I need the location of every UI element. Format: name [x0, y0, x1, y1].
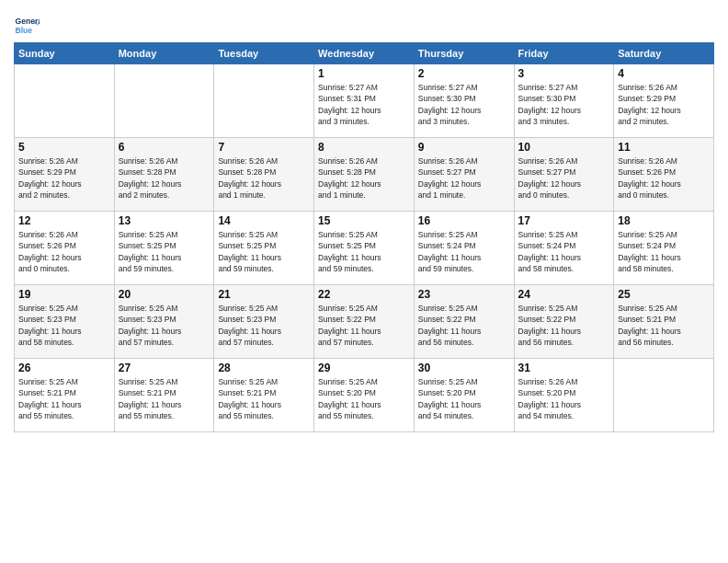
- calendar-week-row: 19Sunrise: 5:25 AM Sunset: 5:23 PM Dayli…: [15, 285, 714, 359]
- weekday-header-sunday: Sunday: [15, 43, 115, 64]
- day-info: Sunrise: 5:26 AM Sunset: 5:28 PM Dayligh…: [119, 155, 210, 201]
- day-info: Sunrise: 5:25 AM Sunset: 5:25 PM Dayligh…: [218, 229, 310, 274]
- day-number: 19: [18, 288, 110, 301]
- calendar-cell: 27Sunrise: 5:25 AM Sunset: 5:21 PM Dayli…: [114, 359, 214, 432]
- day-number: 3: [518, 67, 610, 80]
- calendar-cell: 30Sunrise: 5:25 AM Sunset: 5:20 PM Dayli…: [414, 359, 514, 432]
- day-info: Sunrise: 5:25 AM Sunset: 5:25 PM Dayligh…: [119, 229, 210, 274]
- day-info: Sunrise: 5:25 AM Sunset: 5:24 PM Dayligh…: [618, 229, 710, 274]
- day-number: 14: [218, 214, 310, 227]
- calendar-cell: 24Sunrise: 5:25 AM Sunset: 5:22 PM Dayli…: [514, 285, 614, 359]
- calendar-cell: 26Sunrise: 5:25 AM Sunset: 5:21 PM Dayli…: [15, 359, 115, 432]
- calendar-cell: 7Sunrise: 5:26 AM Sunset: 5:28 PM Daylig…: [214, 138, 314, 212]
- day-number: 13: [119, 214, 210, 227]
- day-info: Sunrise: 5:26 AM Sunset: 5:26 PM Dayligh…: [18, 229, 110, 274]
- day-number: 18: [618, 214, 710, 227]
- calendar-cell: 11Sunrise: 5:26 AM Sunset: 5:26 PM Dayli…: [614, 138, 714, 212]
- calendar-cell: 17Sunrise: 5:25 AM Sunset: 5:24 PM Dayli…: [514, 212, 614, 285]
- weekday-header-monday: Monday: [114, 43, 214, 64]
- day-number: 29: [318, 362, 410, 374]
- day-info: Sunrise: 5:25 AM Sunset: 5:21 PM Dayligh…: [119, 376, 210, 421]
- logo: General Blue: [14, 13, 43, 39]
- weekday-header-saturday: Saturday: [614, 43, 714, 64]
- calendar-cell: 13Sunrise: 5:25 AM Sunset: 5:25 PM Dayli…: [114, 212, 214, 285]
- calendar-cell: 3Sunrise: 5:27 AM Sunset: 5:30 PM Daylig…: [514, 64, 614, 138]
- weekday-header-row: SundayMondayTuesdayWednesdayThursdayFrid…: [15, 43, 714, 64]
- calendar-cell: 20Sunrise: 5:25 AM Sunset: 5:23 PM Dayli…: [114, 285, 214, 359]
- calendar-cell: 10Sunrise: 5:26 AM Sunset: 5:27 PM Dayli…: [514, 138, 614, 212]
- calendar-cell: 6Sunrise: 5:26 AM Sunset: 5:28 PM Daylig…: [114, 138, 214, 212]
- calendar-week-row: 12Sunrise: 5:26 AM Sunset: 5:26 PM Dayli…: [15, 212, 714, 285]
- day-number: 1: [318, 67, 410, 80]
- day-info: Sunrise: 5:25 AM Sunset: 5:20 PM Dayligh…: [318, 376, 410, 421]
- day-number: 2: [418, 67, 510, 80]
- calendar-cell: 9Sunrise: 5:26 AM Sunset: 5:27 PM Daylig…: [414, 138, 514, 212]
- day-number: 26: [18, 362, 110, 374]
- day-info: Sunrise: 5:25 AM Sunset: 5:22 PM Dayligh…: [518, 303, 610, 348]
- day-number: 8: [318, 141, 410, 154]
- day-info: Sunrise: 5:25 AM Sunset: 5:22 PM Dayligh…: [418, 303, 510, 348]
- calendar-cell: 4Sunrise: 5:26 AM Sunset: 5:29 PM Daylig…: [614, 64, 714, 138]
- calendar-cell: 19Sunrise: 5:25 AM Sunset: 5:23 PM Dayli…: [15, 285, 115, 359]
- svg-text:Blue: Blue: [16, 26, 33, 35]
- day-number: 10: [518, 141, 610, 154]
- day-info: Sunrise: 5:26 AM Sunset: 5:27 PM Dayligh…: [418, 155, 510, 201]
- calendar-cell: 5Sunrise: 5:26 AM Sunset: 5:29 PM Daylig…: [15, 138, 115, 212]
- day-number: 9: [418, 141, 510, 154]
- day-info: Sunrise: 5:26 AM Sunset: 5:28 PM Dayligh…: [318, 155, 410, 201]
- day-number: 11: [618, 141, 710, 154]
- weekday-header-thursday: Thursday: [414, 43, 514, 64]
- calendar-week-row: 26Sunrise: 5:25 AM Sunset: 5:21 PM Dayli…: [15, 359, 714, 432]
- day-number: 30: [418, 362, 510, 374]
- day-number: 28: [218, 362, 310, 374]
- day-info: Sunrise: 5:25 AM Sunset: 5:24 PM Dayligh…: [418, 229, 510, 274]
- day-info: Sunrise: 5:25 AM Sunset: 5:21 PM Dayligh…: [18, 376, 110, 421]
- calendar-cell: 2Sunrise: 5:27 AM Sunset: 5:30 PM Daylig…: [414, 64, 514, 138]
- day-number: 31: [518, 362, 610, 374]
- calendar-cell: 22Sunrise: 5:25 AM Sunset: 5:22 PM Dayli…: [314, 285, 415, 359]
- calendar-cell: [614, 359, 714, 432]
- day-number: 5: [18, 141, 110, 154]
- header: General Blue: [14, 9, 714, 39]
- day-info: Sunrise: 5:26 AM Sunset: 5:27 PM Dayligh…: [518, 155, 610, 201]
- calendar-cell: 31Sunrise: 5:26 AM Sunset: 5:20 PM Dayli…: [514, 359, 614, 432]
- day-number: 16: [418, 214, 510, 227]
- calendar-cell: 25Sunrise: 5:25 AM Sunset: 5:21 PM Dayli…: [614, 285, 714, 359]
- calendar-cell: [15, 64, 115, 138]
- day-number: 25: [618, 288, 710, 301]
- day-info: Sunrise: 5:26 AM Sunset: 5:29 PM Dayligh…: [618, 82, 710, 127]
- day-number: 6: [119, 141, 210, 154]
- calendar-table: SundayMondayTuesdayWednesdayThursdayFrid…: [14, 42, 714, 432]
- day-number: 7: [218, 141, 310, 154]
- day-info: Sunrise: 5:25 AM Sunset: 5:23 PM Dayligh…: [218, 303, 310, 348]
- calendar-week-row: 5Sunrise: 5:26 AM Sunset: 5:29 PM Daylig…: [15, 138, 714, 212]
- day-number: 27: [119, 362, 210, 374]
- day-info: Sunrise: 5:26 AM Sunset: 5:29 PM Dayligh…: [18, 155, 110, 201]
- weekday-header-wednesday: Wednesday: [314, 43, 415, 64]
- day-info: Sunrise: 5:27 AM Sunset: 5:30 PM Dayligh…: [418, 82, 510, 127]
- day-info: Sunrise: 5:26 AM Sunset: 5:26 PM Dayligh…: [618, 155, 710, 201]
- day-number: 20: [119, 288, 210, 301]
- day-info: Sunrise: 5:25 AM Sunset: 5:23 PM Dayligh…: [18, 303, 110, 348]
- weekday-header-friday: Friday: [514, 43, 614, 64]
- calendar-cell: 21Sunrise: 5:25 AM Sunset: 5:23 PM Dayli…: [214, 285, 314, 359]
- day-number: 23: [418, 288, 510, 301]
- calendar-cell: 1Sunrise: 5:27 AM Sunset: 5:31 PM Daylig…: [314, 64, 415, 138]
- day-info: Sunrise: 5:26 AM Sunset: 5:20 PM Dayligh…: [518, 376, 610, 421]
- day-info: Sunrise: 5:25 AM Sunset: 5:21 PM Dayligh…: [218, 376, 310, 421]
- calendar-cell: 23Sunrise: 5:25 AM Sunset: 5:22 PM Dayli…: [414, 285, 514, 359]
- day-number: 12: [18, 214, 110, 227]
- calendar-cell: 14Sunrise: 5:25 AM Sunset: 5:25 PM Dayli…: [214, 212, 314, 285]
- calendar-cell: 16Sunrise: 5:25 AM Sunset: 5:24 PM Dayli…: [414, 212, 514, 285]
- calendar-cell: [114, 64, 214, 138]
- weekday-header-tuesday: Tuesday: [214, 43, 314, 64]
- calendar-cell: 18Sunrise: 5:25 AM Sunset: 5:24 PM Dayli…: [614, 212, 714, 285]
- day-info: Sunrise: 5:25 AM Sunset: 5:20 PM Dayligh…: [418, 376, 510, 421]
- calendar-cell: 28Sunrise: 5:25 AM Sunset: 5:21 PM Dayli…: [214, 359, 314, 432]
- calendar-cell: 12Sunrise: 5:26 AM Sunset: 5:26 PM Dayli…: [15, 212, 115, 285]
- day-info: Sunrise: 5:25 AM Sunset: 5:22 PM Dayligh…: [318, 303, 410, 348]
- day-number: 4: [618, 67, 710, 80]
- calendar-page: General Blue SundayMondayTuesdayWednesda…: [0, 0, 728, 563]
- day-info: Sunrise: 5:25 AM Sunset: 5:23 PM Dayligh…: [119, 303, 210, 348]
- svg-text:General: General: [16, 17, 40, 26]
